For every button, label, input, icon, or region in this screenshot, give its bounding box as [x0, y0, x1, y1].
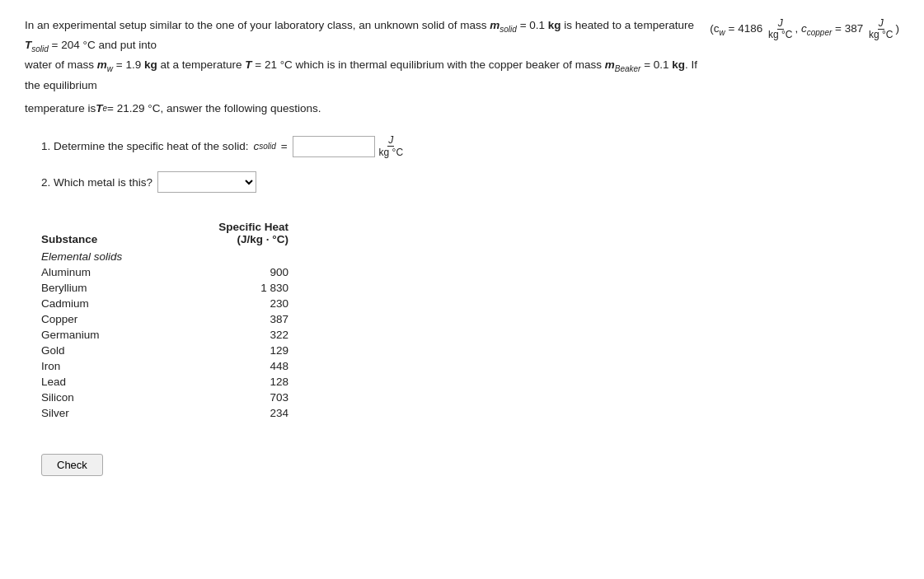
ccopper-num: J	[878, 18, 884, 30]
temp-line: temperature is Te = 21.29 °C, answer the…	[25, 100, 899, 118]
q1-label: 1. Determine the specific heat of the so…	[41, 140, 248, 152]
question-1-row: 1. Determine the specific heat of the so…	[41, 134, 899, 158]
substance-name: Germanium	[41, 327, 190, 343]
sh-value: 234	[190, 405, 288, 421]
q1-unit: J kg °C	[378, 134, 404, 158]
ccopper-c: c	[801, 22, 807, 35]
Tsolid-T: T	[25, 39, 31, 51]
table-row: Aluminum900	[41, 264, 288, 280]
q1-unit-den: kg °C	[378, 147, 404, 158]
substance-name: Silicon	[41, 390, 190, 405]
question-2-row: 2. Which metal is this? AluminumBerylliu…	[41, 171, 899, 193]
sh-value: 230	[190, 296, 288, 311]
substance-table: Substance Specific Heat (J/kg · °C) Elem…	[41, 217, 288, 421]
c-solid-c: c	[253, 140, 259, 152]
intro-eq2: = 204 °C and put into	[49, 39, 157, 51]
sh-value: 703	[190, 390, 288, 405]
intro-heated: is heated to a temperature	[561, 19, 694, 31]
mw-m: m	[97, 58, 107, 71]
substance-name: Aluminum	[41, 264, 190, 280]
c-solid-sub: solid	[259, 142, 276, 151]
check-button[interactable]: Check	[41, 454, 103, 476]
intro-eq1: = 0.1	[517, 19, 548, 31]
kg2: kg	[144, 58, 157, 71]
intro-paragraph: In an experimental setup similar to the …	[25, 16, 899, 95]
msolid-m: m	[490, 19, 500, 31]
substance-name: Beryllium	[41, 280, 190, 296]
sh-header-1: Specific Heat	[218, 221, 288, 233]
col-sh: Specific Heat (J/kg · °C)	[190, 217, 288, 249]
substance-name: Lead	[41, 374, 190, 390]
cw-sub: w	[720, 28, 725, 37]
mw-sub: w	[107, 64, 113, 73]
intro-constants: (cw = 4186 J kg °C , ccopper = 387 J kg …	[710, 16, 899, 40]
substance-name: Gold	[41, 343, 190, 358]
questions-section: 1. Determine the specific heat of the so…	[41, 134, 899, 193]
temp-label: temperature is	[25, 100, 96, 118]
ccopper-eq: = 387	[832, 22, 863, 35]
intro-temp-val: = 21 °C which is in thermal equilibrium …	[252, 58, 605, 71]
ccopper-fraction: J kg °C	[868, 18, 894, 40]
intro-line1-before: In an experimental setup similar to the …	[25, 19, 490, 31]
sh-header-2: (J/kg · °C)	[237, 233, 288, 245]
Te-T: T	[96, 100, 102, 118]
intro-eq-b: = 0.1	[640, 58, 672, 71]
metal-select[interactable]: AluminumBerylliumCadmiumCopperGermaniumG…	[157, 171, 256, 193]
category-label: Elemental solids	[41, 249, 190, 264]
table-category-row: Elemental solids	[41, 249, 288, 264]
col-substance: Substance	[41, 217, 190, 249]
table-row: Germanium322	[41, 327, 288, 343]
table-header-row: Substance Specific Heat (J/kg · °C)	[41, 217, 288, 249]
substance-name: Copper	[41, 311, 190, 327]
intro-temp: at a temperature	[157, 58, 246, 71]
sh-value: 129	[190, 343, 288, 358]
table-row: Cadmium230	[41, 296, 288, 311]
mbeaker-m: m	[605, 58, 615, 71]
intro-text-left: In an experimental setup similar to the …	[25, 16, 701, 95]
msolid-sub: solid	[500, 25, 517, 34]
temp-val: = 21.29 °C, answer the following questio…	[107, 100, 321, 118]
category-sh	[190, 249, 288, 264]
cw-val: = 4186	[725, 22, 762, 35]
sh-value: 1 830	[190, 280, 288, 296]
table-section: Substance Specific Heat (J/kg · °C) Elem…	[41, 217, 899, 421]
table-row: Copper387	[41, 311, 288, 327]
table-row: Beryllium1 830	[41, 280, 288, 296]
cw-fraction: J kg °C	[767, 18, 793, 40]
cw-den: kg °C	[767, 30, 793, 40]
cw-open: (c	[710, 22, 719, 35]
cw-num: J	[777, 18, 784, 30]
substance-name: Cadmium	[41, 296, 190, 311]
T-label: T	[245, 58, 251, 71]
ccopper-den: kg °C	[868, 30, 894, 40]
table-row: Silicon703	[41, 390, 288, 405]
q2-label: 2. Which metal is this?	[41, 176, 152, 189]
substance-name: Silver	[41, 405, 190, 421]
Tsolid-sub: solid	[31, 44, 49, 54]
table-row: Lead128	[41, 374, 288, 390]
table-row: Silver234	[41, 405, 288, 421]
q1-unit-num: J	[387, 134, 394, 147]
q1-equals: =	[281, 140, 288, 152]
table-row: Iron448	[41, 358, 288, 374]
c-solid-input[interactable]	[293, 136, 375, 157]
sh-value: 448	[190, 358, 288, 374]
sh-value: 900	[190, 264, 288, 280]
intro-eq-w: = 1.9	[113, 58, 144, 71]
sh-value: 322	[190, 327, 288, 343]
ccopper-sub: copper	[807, 28, 833, 37]
main-content: In an experimental setup similar to the …	[25, 16, 899, 476]
sh-value: 128	[190, 374, 288, 390]
kg3: kg	[672, 58, 685, 71]
table-row: Gold129	[41, 343, 288, 358]
kg1: kg	[548, 19, 561, 31]
intro-water: water of mass	[25, 58, 97, 71]
substance-name: Iron	[41, 358, 190, 374]
sh-value: 387	[190, 311, 288, 327]
mbeaker-sub: Beaker	[615, 64, 641, 73]
